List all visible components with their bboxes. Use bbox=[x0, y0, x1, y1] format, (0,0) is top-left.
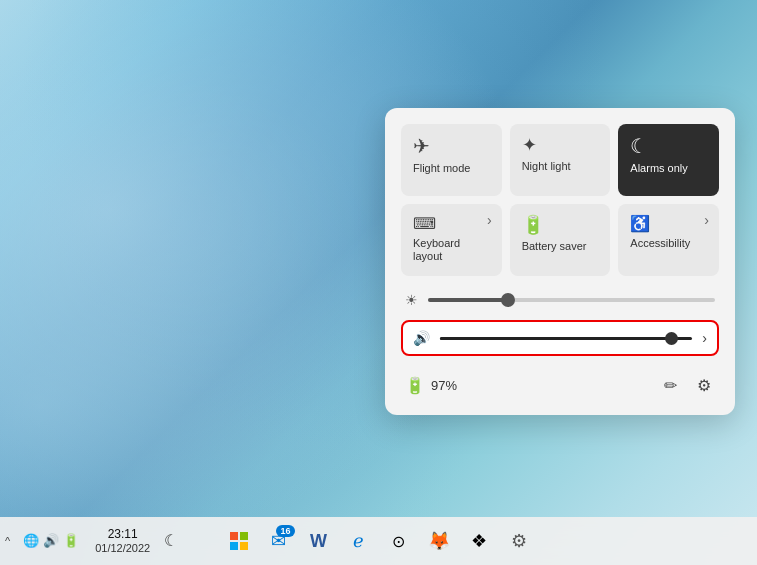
brightness-fill bbox=[428, 298, 508, 302]
windows-logo-icon bbox=[230, 532, 248, 550]
svg-rect-3 bbox=[240, 542, 248, 550]
toggle-keyboard-layout-label: Keyboard layout bbox=[409, 237, 494, 263]
taskbar-mail-button[interactable]: ✉ 16 bbox=[261, 523, 297, 559]
flight-mode-icon: ✈ bbox=[413, 134, 430, 158]
battery-icon: 🔋 bbox=[405, 376, 425, 395]
volume-slider[interactable] bbox=[440, 337, 692, 340]
brightness-thumb[interactable] bbox=[501, 293, 515, 307]
brightness-slider[interactable] bbox=[428, 298, 715, 302]
toggle-alarms-only-label: Alarms only bbox=[626, 162, 691, 175]
taskbar-firefox-button[interactable]: 🦊 bbox=[421, 523, 457, 559]
panel-footer: 🔋 97% ✏ ⚙ bbox=[401, 368, 719, 399]
brightness-row: ☀ bbox=[401, 288, 719, 312]
widgets-icon: ❖ bbox=[471, 530, 487, 552]
toggle-night-light-label: Night light bbox=[518, 160, 575, 173]
toggle-flight-mode[interactable]: ✈ Flight mode bbox=[401, 124, 502, 196]
volume-icon: 🔊 bbox=[413, 330, 430, 346]
tray-overflow-icon: ^ bbox=[5, 535, 10, 547]
toggle-battery-saver-label: Battery saver bbox=[518, 240, 591, 253]
volume-fill bbox=[440, 337, 672, 340]
toggle-night-light[interactable]: ✦ Night light bbox=[510, 124, 611, 196]
volume-chevron-icon[interactable]: › bbox=[702, 330, 707, 346]
network-icon: 🌐 bbox=[23, 533, 39, 548]
tray-overflow-button[interactable]: ^ bbox=[0, 532, 15, 550]
volume-thumb[interactable] bbox=[665, 332, 678, 345]
battery-percent: 97% bbox=[431, 378, 457, 393]
accessibility-icon: ♿ bbox=[630, 214, 650, 233]
toggle-grid: ✈ Flight mode ✦ Night light ☾ Alarms onl… bbox=[401, 124, 719, 276]
clock-date: 01/12/2022 bbox=[95, 542, 150, 555]
battery-saver-icon: 🔋 bbox=[522, 214, 544, 236]
brightness-icon: ☀ bbox=[405, 292, 418, 308]
toggle-alarms-only[interactable]: ☾ Alarms only bbox=[618, 124, 719, 196]
tray-moon-icon[interactable]: ☾ bbox=[160, 527, 182, 554]
volume-row[interactable]: 🔊 › bbox=[401, 320, 719, 356]
clock-time: 23:11 bbox=[108, 527, 138, 541]
chrome-icon: ⊙ bbox=[392, 532, 405, 551]
taskbar-start-button[interactable] bbox=[221, 523, 257, 559]
toggle-battery-saver[interactable]: 🔋 Battery saver bbox=[510, 204, 611, 276]
keyboard-layout-icon: ⌨ bbox=[413, 214, 436, 233]
taskbar-word-button[interactable]: W bbox=[301, 523, 337, 559]
svg-rect-0 bbox=[230, 532, 238, 540]
settings-icon: ⚙ bbox=[511, 530, 527, 552]
system-tray: ^ 🌐 🔊 🔋 23:11 01/12/2022 ☾ bbox=[0, 525, 186, 557]
taskbar: ✉ 16 W ℯ ⊙ 🦊 ❖ ⚙ bbox=[0, 517, 757, 565]
svg-rect-1 bbox=[240, 532, 248, 540]
mail-badge: 16 bbox=[276, 525, 294, 537]
taskbar-edge-button[interactable]: ℯ bbox=[341, 523, 377, 559]
taskbar-settings-button[interactable]: ⚙ bbox=[501, 523, 537, 559]
footer-actions: ✏ ⚙ bbox=[660, 372, 715, 399]
firefox-icon: 🦊 bbox=[428, 530, 450, 552]
taskbar-chrome-button[interactable]: ⊙ bbox=[381, 523, 417, 559]
taskbar-center: ✉ 16 W ℯ ⊙ 🦊 ❖ ⚙ bbox=[221, 523, 537, 559]
toggle-accessibility[interactable]: ♿ Accessibility bbox=[618, 204, 719, 276]
tray-volume-icon: 🔊 bbox=[43, 533, 59, 548]
toggle-keyboard-layout[interactable]: ⌨ Keyboard layout bbox=[401, 204, 502, 276]
clock-area[interactable]: 23:11 01/12/2022 bbox=[87, 525, 158, 557]
word-icon: W bbox=[310, 531, 327, 552]
svg-rect-2 bbox=[230, 542, 238, 550]
taskbar-widgets-button[interactable]: ❖ bbox=[461, 523, 497, 559]
battery-info: 🔋 97% bbox=[405, 376, 457, 395]
alarms-only-icon: ☾ bbox=[630, 134, 648, 158]
desktop: ✈ Flight mode ✦ Night light ☾ Alarms onl… bbox=[0, 0, 757, 565]
quick-settings-panel: ✈ Flight mode ✦ Night light ☾ Alarms onl… bbox=[385, 108, 735, 415]
tray-battery-icon: 🔋 bbox=[63, 533, 79, 548]
settings-gear-icon[interactable]: ⚙ bbox=[693, 372, 715, 399]
edge-icon: ℯ bbox=[353, 530, 364, 552]
toggle-flight-mode-label: Flight mode bbox=[409, 162, 474, 175]
toggle-accessibility-label: Accessibility bbox=[626, 237, 694, 250]
night-light-icon: ✦ bbox=[522, 134, 537, 156]
edit-icon[interactable]: ✏ bbox=[660, 372, 681, 399]
tray-network-area[interactable]: 🌐 🔊 🔋 bbox=[17, 529, 85, 552]
